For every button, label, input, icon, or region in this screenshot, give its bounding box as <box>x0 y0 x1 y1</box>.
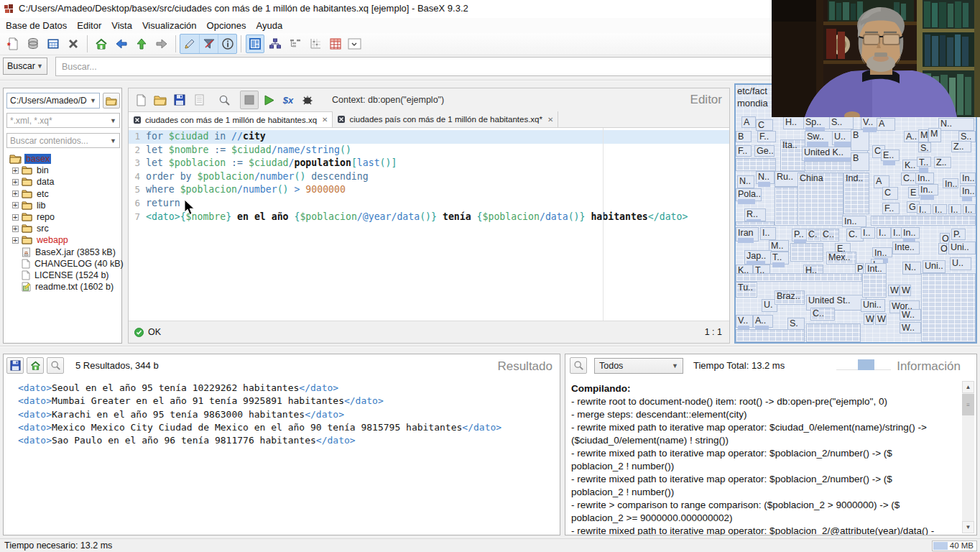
map-box-In[interactable]: In.. <box>915 172 934 184</box>
map-box-In[interactable]: In.. <box>918 184 938 196</box>
new-database-button[interactable]: * <box>4 34 22 53</box>
map-box-N[interactable]: N.. <box>902 262 921 275</box>
map-box-In[interactable]: In.. <box>872 247 892 257</box>
map-box-E[interactable]: E.. <box>881 150 900 161</box>
tree-item-etc[interactable]: etc <box>6 188 120 200</box>
map-box-M[interactable]: M <box>928 128 941 142</box>
map-box-In[interactable]: In.. <box>943 178 958 188</box>
packages-button[interactable] <box>298 91 317 109</box>
panel-chooser-button[interactable] <box>346 34 365 53</box>
map-box[interactable] <box>862 273 887 298</box>
map-box-Z[interactable]: Z.. <box>934 157 951 168</box>
tree-item-BaseX.jar[interactable]: BaseX.jar (3853 kB) <box>6 247 120 258</box>
map-box-W[interactable]: W <box>900 285 911 296</box>
map-box[interactable] <box>736 329 805 342</box>
scroll-down-icon[interactable]: ▼ <box>962 521 974 533</box>
scroll-up-icon[interactable]: ▲ <box>962 381 974 393</box>
map-box-Tu[interactable]: Tu.. <box>736 282 757 298</box>
map-box-M[interactable]: M <box>918 129 928 142</box>
tree-item-src[interactable]: src <box>6 223 120 234</box>
tree-item-bin[interactable]: bin <box>6 165 120 176</box>
edit-mode-button[interactable] <box>180 34 199 53</box>
map-box-B[interactable]: B <box>851 152 869 171</box>
tree-item-basex[interactable]: basex <box>6 153 120 165</box>
tree-item-LICENSE[interactable]: LICENSE (1524 b) <box>6 270 120 281</box>
map-view-button[interactable] <box>246 34 264 53</box>
menu-item-5[interactable]: Ayuda <box>251 19 287 32</box>
info-scrollbar[interactable]: ▲ ≡ ▼ <box>962 381 974 533</box>
plot-view-button[interactable] <box>306 34 325 53</box>
map-box-In[interactable]: In.. <box>960 185 976 197</box>
map-box-C[interactable]: C.. <box>810 308 835 321</box>
find-button[interactable] <box>215 91 234 109</box>
forward-button[interactable] <box>152 34 171 53</box>
tree-item-lib[interactable]: lib <box>6 200 120 211</box>
map-box-Uni[interactable]: Uni.. <box>861 299 885 312</box>
map-box-B[interactable]: B <box>736 131 752 142</box>
horizontal-splitter-bottom[interactable] <box>0 344 980 354</box>
map-box-W[interactable]: W <box>875 313 887 325</box>
map-box-Sp[interactable]: Sp.. <box>803 116 832 129</box>
expand-icon[interactable] <box>12 202 19 208</box>
map-box-Pola[interactable]: Pola.. <box>736 188 762 201</box>
map-box-C[interactable]: C <box>882 187 898 200</box>
map-box-Uni[interactable]: Uni.. <box>923 260 946 273</box>
map-box-I[interactable]: I.. <box>760 227 776 240</box>
home-button[interactable] <box>92 34 111 53</box>
info-mode-button[interactable] <box>218 34 236 53</box>
code-area[interactable]: 1for $ciudad in //city2let $nombre := $c… <box>129 128 729 321</box>
map-box-C[interactable]: C.. <box>820 229 839 242</box>
file-history-button[interactable] <box>190 91 208 109</box>
new-file-button[interactable] <box>131 91 150 109</box>
path-dropdown[interactable]: C:/Users/Amadeo/D ▼ <box>6 93 100 109</box>
close-database-button[interactable] <box>64 34 83 53</box>
map-box-R[interactable]: R.. <box>744 208 766 221</box>
map-box-A[interactable]: A <box>741 116 756 128</box>
map-box[interactable] <box>871 216 976 226</box>
expand-icon[interactable] <box>12 167 19 174</box>
open-file-button[interactable] <box>151 91 170 109</box>
map-box-N[interactable]: N.. <box>737 175 754 188</box>
map-box-A[interactable]: A.. <box>753 315 773 328</box>
map-box-F[interactable]: F.. <box>736 145 752 157</box>
map-box-O[interactable]: O <box>938 243 947 254</box>
editor-tab-0[interactable]: ciudades con más de 1 millón de habitant… <box>129 111 333 127</box>
menu-item-3[interactable]: Visualización <box>137 19 202 32</box>
map-box-Ind[interactable]: Ind.. <box>843 172 869 214</box>
map-box-P[interactable]: P. <box>951 229 966 240</box>
map-box-T[interactable]: T.. <box>770 252 789 264</box>
map-box-T[interactable]: T.. <box>917 157 931 167</box>
map-box-F[interactable]: F.. <box>882 203 900 214</box>
home-result-button[interactable] <box>27 357 44 374</box>
map-panel[interactable]: etc/factmondiaACBF..F..Ge..H..Ita..Sp..S… <box>734 83 977 344</box>
tree-item-data[interactable]: data <box>6 176 120 188</box>
browse-folder-button[interactable] <box>103 93 120 109</box>
map-box[interactable] <box>806 323 861 342</box>
memory-indicator[interactable]: 40 MB <box>932 540 977 551</box>
map-box-N[interactable]: N.. <box>756 171 775 184</box>
info-filter-dropdown[interactable]: Todos ▼ <box>594 358 683 374</box>
tree-item-CHANGELOG[interactable]: CHANGELOG (40 kB) <box>6 258 120 270</box>
expand-icon[interactable] <box>12 214 19 221</box>
map-box-In[interactable]: In.. <box>901 227 920 239</box>
map-box-V[interactable]: V.. <box>736 315 753 328</box>
scrollbar-thumb[interactable]: ≡ <box>962 394 974 415</box>
menu-item-0[interactable]: Base de Datos <box>1 19 72 32</box>
map-box-F[interactable]: F.. <box>757 131 776 142</box>
expand-icon[interactable] <box>12 190 19 197</box>
map-box-M[interactable]: M.. <box>769 240 789 252</box>
save-result-button[interactable] <box>6 357 24 374</box>
map-box-W[interactable]: W.. <box>900 309 921 321</box>
find-info-button[interactable] <box>570 357 587 374</box>
up-button[interactable] <box>132 34 151 53</box>
database-button[interactable] <box>24 34 42 53</box>
map-box-I[interactable]: I.. <box>917 204 931 214</box>
map-box-S[interactable]: S.. <box>829 116 854 129</box>
map-box-A[interactable]: A <box>877 118 895 131</box>
menu-item-1[interactable]: Editor <box>72 19 106 32</box>
map-box[interactable] <box>736 273 862 282</box>
expand-icon[interactable] <box>12 179 19 185</box>
run-button[interactable] <box>259 91 278 109</box>
open-database-button[interactable] <box>44 34 63 53</box>
tree-item-readme.txt[interactable]: readme.txt (1602 b) <box>6 281 120 293</box>
